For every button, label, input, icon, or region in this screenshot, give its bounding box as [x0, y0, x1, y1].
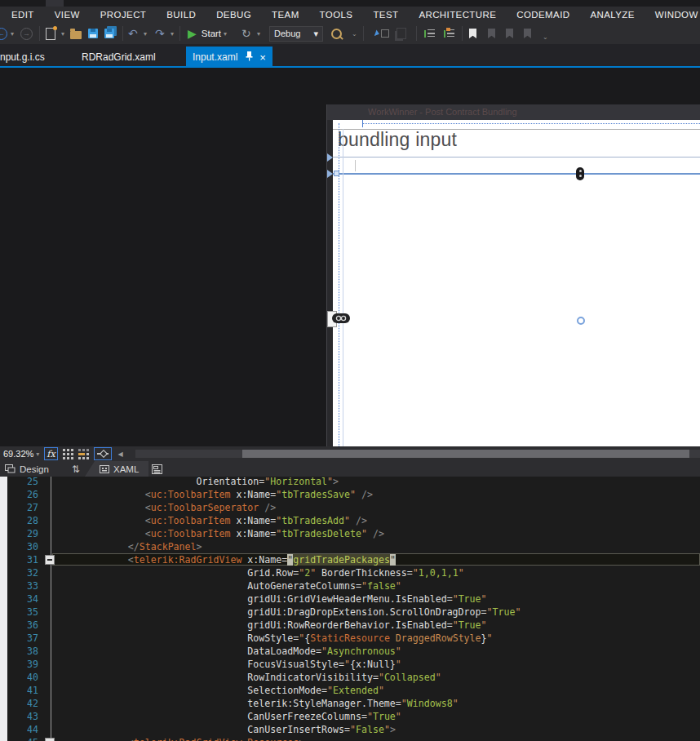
menu-analyze[interactable]: ANALYZE: [590, 10, 634, 20]
line-number: 27: [7, 501, 38, 514]
tab-label: Input.xaml: [193, 51, 237, 63]
grid-row-line: [333, 157, 700, 158]
new-item-icon[interactable]: [46, 23, 55, 44]
line-number: 45: [7, 736, 38, 741]
designer-artboard[interactable]: [333, 120, 700, 446]
navigate-back-dropdown[interactable]: ▾: [8, 23, 14, 44]
anchor-point[interactable]: [577, 317, 585, 325]
open-file-icon[interactable]: [70, 23, 82, 44]
tab-design-view[interactable]: Design: [5, 461, 49, 477]
row-height-lock-handle[interactable]: [332, 313, 350, 323]
line-number: 31: [7, 553, 38, 566]
standard-toolbar: ← ▾ → ▾ ↶ ▾ ↷ ▾ ▶ Start ▾ ↻ ▾ Debug▾ ⌄: [0, 23, 700, 44]
play-icon: ▶: [188, 27, 197, 40]
menu-tools[interactable]: TOOLS: [320, 10, 353, 20]
menu-edit[interactable]: EDIT: [11, 10, 34, 20]
tab-xaml-view[interactable]: XAML: [85, 461, 148, 477]
menu-test[interactable]: TEST: [373, 10, 398, 20]
uncomment-icon[interactable]: [444, 23, 454, 44]
toolbar-separator: [39, 26, 40, 41]
horizontal-scrollbar[interactable]: [135, 450, 700, 458]
menu-view[interactable]: VIEW: [55, 10, 80, 20]
zoom-level-select[interactable]: 69.32%: [3, 449, 33, 459]
snap-to-grid-icon[interactable]: [78, 448, 89, 459]
design-view-icon: [5, 464, 16, 473]
navigate-forward-icon[interactable]: →: [20, 23, 33, 44]
grid-row-line-selected: [333, 173, 700, 175]
start-debug-button[interactable]: ▶ Start ▾: [188, 23, 227, 44]
refresh-dropdown[interactable]: ▾: [255, 23, 260, 44]
line-number: 35: [7, 606, 38, 619]
select-element-icon[interactable]: [375, 23, 389, 44]
toolbar-separator: [416, 26, 417, 41]
document-tab-bar: nput.g.i.cs RDRadGrid.xaml Input.xaml ×: [0, 44, 700, 68]
solution-config-combobox[interactable]: Debug▾: [269, 23, 323, 44]
scroll-left-icon[interactable]: ◀: [118, 450, 123, 458]
undo-icon[interactable]: ↶: [128, 23, 138, 44]
redo-icon[interactable]: ↷: [155, 23, 165, 44]
row-selection-square[interactable]: [334, 171, 339, 176]
find-in-files-icon[interactable]: [331, 23, 342, 44]
code-line: CanUserInsertRows="False">: [60, 723, 396, 736]
code-line: DataLoadMode="Asynchronous": [60, 645, 401, 658]
row-marker-icon[interactable]: [327, 153, 333, 162]
clear-bookmarks-icon[interactable]: [524, 23, 531, 44]
xaml-editor[interactable]: 25 Orientation="Horizontal">26 <uc:Toolb…: [0, 477, 700, 741]
code-line: <uc:ToolbarItem x:Name="tbTradesAdd" />: [60, 514, 367, 527]
code-line: gridUi:RowReorderBehavior.IsEnabled="Tru…: [60, 619, 487, 632]
copy-parent-icon[interactable]: [397, 23, 406, 44]
fold-toggle[interactable]: [45, 555, 55, 565]
save-icon[interactable]: [88, 23, 98, 44]
row-splitter-handle[interactable]: [576, 167, 584, 180]
comment-out-icon[interactable]: [424, 23, 435, 44]
toolbar-separator: [363, 26, 364, 41]
line-number: 40: [7, 671, 38, 684]
save-all-icon[interactable]: [104, 23, 114, 44]
menu-architecture[interactable]: ARCHITECTURE: [419, 10, 496, 20]
effects-toggle-button[interactable]: fx: [44, 447, 57, 460]
document-outline-icon[interactable]: [152, 461, 162, 477]
grid-guide-dotted: [362, 123, 700, 124]
menu-build[interactable]: BUILD: [166, 10, 196, 20]
show-grid-icon[interactable]: [63, 448, 73, 459]
fold-toggle[interactable]: [45, 738, 55, 741]
grid-column-line: [343, 129, 343, 446]
line-number: 29: [7, 527, 38, 540]
undo-dropdown[interactable]: ▾: [141, 23, 147, 44]
designer-left-margin: [327, 120, 333, 446]
previous-bookmark-icon[interactable]: [488, 23, 495, 44]
menu-project[interactable]: PROJECT: [100, 10, 146, 20]
new-item-dropdown[interactable]: ▾: [59, 23, 64, 44]
refresh-icon[interactable]: ↻: [241, 23, 251, 44]
navigate-back-icon[interactable]: ←: [0, 23, 7, 44]
close-icon[interactable]: ×: [259, 52, 266, 63]
tab-input-xaml[interactable]: Input.xaml ×: [186, 47, 272, 68]
menu-window[interactable]: WINDOW: [655, 10, 698, 20]
toggle-bookmark-icon[interactable]: [469, 23, 476, 44]
design-canvas[interactable]: WorkWinner - Post Contract Bundling bund…: [0, 68, 700, 446]
tab-input-g-i-cs[interactable]: nput.g.i.cs: [0, 47, 45, 68]
next-bookmark-icon[interactable]: [506, 23, 513, 44]
horizontal-scrollbar-thumb[interactable]: [242, 450, 689, 458]
line-number: 38: [7, 645, 38, 658]
pin-icon[interactable]: [246, 51, 253, 64]
code-line: AutoGenerateColumns="false": [60, 579, 401, 592]
zoom-dropdown-icon[interactable]: ▾: [36, 450, 39, 458]
redo-dropdown[interactable]: ▾: [168, 23, 174, 44]
menu-debug[interactable]: DEBUG: [216, 10, 251, 20]
row-marker-icon[interactable]: [327, 170, 333, 178]
toolbar-overflow-icon[interactable]: ⌄: [349, 23, 357, 44]
tab-rdradgrid-xaml[interactable]: RDRadGrid.xaml: [82, 47, 156, 68]
line-number: 43: [7, 710, 38, 723]
code-line: Grid.Row="2" BorderThickness="1,0,1,1": [60, 566, 464, 579]
snap-to-snaplines-icon[interactable]: [94, 447, 112, 460]
visual-studio-window: EDIT VIEW PROJECT BUILD DEBUG TEAM TOOLS…: [0, 0, 700, 741]
title-bar-nub: [46, 0, 64, 7]
code-line: <telerik:RadGridView.Resources>: [60, 736, 304, 741]
menu-team[interactable]: TEAM: [272, 10, 299, 20]
line-number: 41: [7, 684, 38, 697]
code-line: <uc:ToolbarItem x:Name="tbTradesDelete" …: [60, 527, 384, 540]
swap-panes-icon[interactable]: ⇅: [72, 461, 80, 477]
menu-codemaid[interactable]: CODEMAID: [516, 10, 569, 20]
toolbar-separator: [462, 26, 463, 41]
